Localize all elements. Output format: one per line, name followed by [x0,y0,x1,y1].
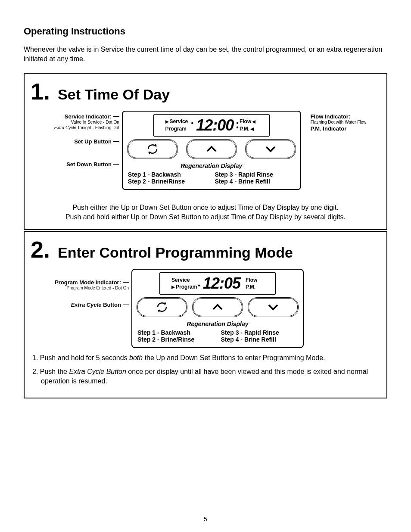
lcd-pm-label: P.M. [240,125,249,133]
lcd-service-label: Service [170,118,188,125]
regen-step-2a: Step 2 - Brine/Rinse [128,178,208,185]
regen-step-3a: Step 3 - Rapid Rinse [215,171,295,178]
set-up-button[interactable] [186,139,237,159]
regen-step-1b: Step 1 - Backwash [137,329,215,336]
lcd-flow-label: Flow [240,118,251,125]
chevron-up-icon [205,143,218,156]
lcd-time-2: 12:05 [203,274,240,292]
service-indicator-label: Service Indicator: [65,113,112,120]
section-1-number: 1. [31,78,50,105]
page-number: 5 [0,516,411,523]
set-up-button-label: Set Up Button [74,138,112,145]
lcd-pm-label-2: P.M. [246,283,264,291]
control-panel-2: Service Program •• 12:05 Flow P.M. [131,269,304,348]
section2-instruction-list: 1. Push and hold for 5 seconds both the … [29,353,382,386]
cycle-icon [146,143,159,156]
extra-cycle-button[interactable] [127,139,178,159]
pm-indicator-label: P.M. Indicator [311,125,382,132]
program-mode-indicator-sub: Program Mode Entered - Dot On [29,286,129,291]
instruction-item-1: 1. Push and hold for 5 seconds both the … [32,353,382,363]
section-2-title: Enter Control Programming Mode [58,244,293,261]
lcd-flow-label-2: Flow [246,277,264,284]
regen-step-2b: Step 2 - Brine/Rinse [137,336,215,343]
section1-instructions: Push either the Up or Down Set Button on… [29,203,382,221]
intro-paragraph: Whenever the valve is in Service the cur… [24,45,387,63]
page-title: Operating Instructions [24,26,387,37]
set-down-button-2[interactable] [248,297,299,317]
service-indicator-sub2: Extra Cycle Tonight - Flashing Dot [29,125,119,131]
extra-cycle-button-2[interactable] [137,297,187,317]
chevron-down-icon [267,301,280,314]
chevron-up-icon [211,301,224,314]
section-1: 1. Set Time Of Day Service Indicator: Va… [24,73,387,230]
regeneration-display-title-2: Regeneration Display [136,320,299,327]
section1-right-labels: Flow Indicator: Flashing Dot with Water … [301,111,382,132]
lcd-display-2: Service Program •• 12:05 Flow P.M. [159,272,276,295]
section-1-title: Set Time Of Day [58,86,170,103]
lcd-time-1: 12:00 [196,116,234,134]
lcd-service-label-2: Service [171,277,197,284]
flow-indicator-label: Flow Indicator: [311,113,382,120]
flow-indicator-sub: Flashing Dot with Water Flow [311,120,382,124]
set-up-button-2[interactable] [192,297,243,317]
lcd-program-label: Program [165,125,190,133]
section-2-number: 2. [31,236,50,263]
regeneration-display-title-1: Regeneration Display [126,162,297,169]
instruction-item-2: 2. Push the Extra Cycle Button once per … [32,367,382,386]
service-indicator-sub1: Valve In Service - Dot On [29,120,119,125]
extra-cycle-button-label: Extra Cycle Button [71,302,121,308]
section1-left-labels: Service Indicator: Valve In Service - Do… [29,111,122,175]
set-down-button-label: Set Down Button [66,161,112,168]
section-2: 2. Enter Control Programming Mode Progra… [24,231,387,398]
chevron-down-icon [264,143,277,156]
set-down-button[interactable] [245,139,296,159]
regen-step-1a: Step 1 - Backwash [128,171,208,178]
lcd-display-1: Service Program •• 12:00 •• Flow P.M. [153,114,270,137]
program-mode-indicator-label: Program Mode Indicator: [55,279,121,286]
section2-left-labels: Program Mode Indicator: Program Mode Ent… [29,269,131,316]
regen-step-4a: Step 4 - Brine Refill [215,178,295,185]
regen-step-3b: Step 3 - Rapid Rinse [221,329,298,336]
cycle-icon [156,301,168,314]
regen-step-4b: Step 4 - Brine Refill [221,336,298,343]
control-panel-1: Service Program •• 12:00 •• Flow P.M. [122,111,301,190]
lcd-program-label-2: Program [176,283,197,291]
